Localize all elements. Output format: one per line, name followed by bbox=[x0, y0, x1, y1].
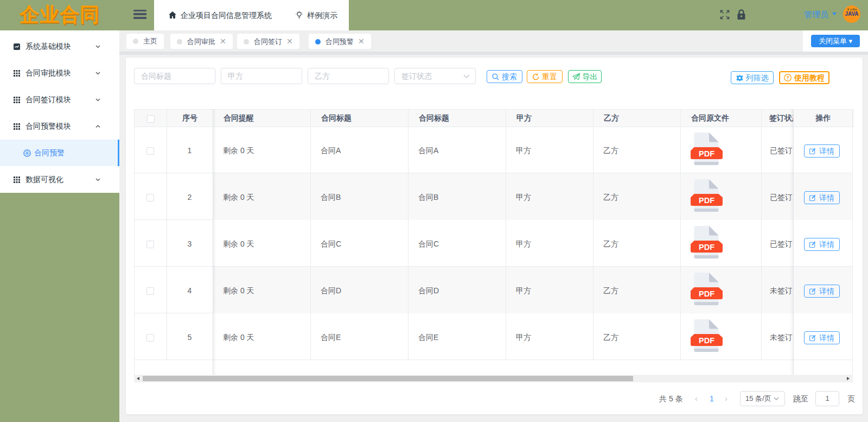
svg-text:PDF: PDF bbox=[699, 289, 714, 298]
svg-text:?: ? bbox=[786, 75, 789, 80]
svg-text:PDF: PDF bbox=[699, 243, 714, 251]
svg-text:PDF: PDF bbox=[699, 149, 714, 158]
svg-text:PDF: PDF bbox=[699, 336, 714, 345]
svg-text:PDF: PDF bbox=[699, 196, 714, 205]
